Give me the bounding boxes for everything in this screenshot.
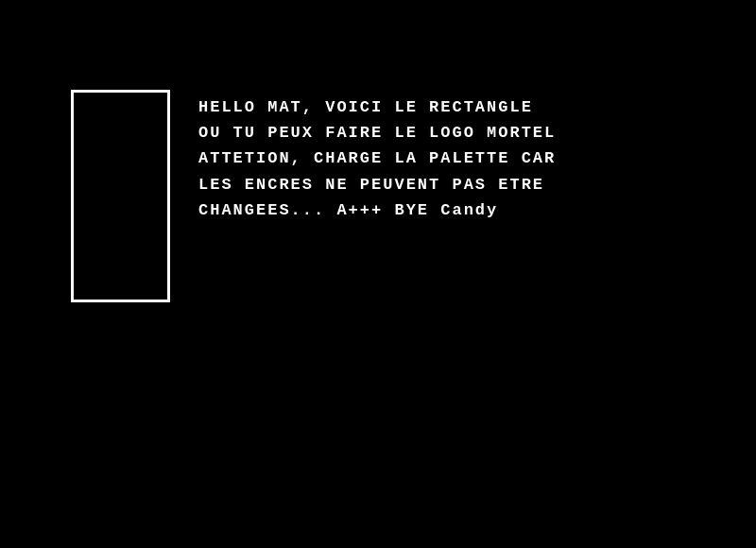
screen: HELLO MAT, VOICI LE RECTANGLE OU TU PEUX… <box>0 0 756 548</box>
text-line-3: ATTETION, CHARGE LA PALETTE CAR <box>198 146 556 171</box>
text-line-5: CHANGEES... A+++ BYE Candy <box>198 197 556 223</box>
text-line-4: LES ENCRES NE PEUVENT PAS ETRE <box>198 172 556 197</box>
rectangle-box <box>71 90 170 302</box>
text-area: HELLO MAT, VOICI LE RECTANGLE OU TU PEUX… <box>198 90 556 223</box>
text-line-1: HELLO MAT, VOICI LE RECTANGLE <box>198 94 556 120</box>
text-line-2: OU TU PEUX FAIRE LE LOGO MORTEL <box>198 120 556 146</box>
content-area: HELLO MAT, VOICI LE RECTANGLE OU TU PEUX… <box>71 90 556 302</box>
